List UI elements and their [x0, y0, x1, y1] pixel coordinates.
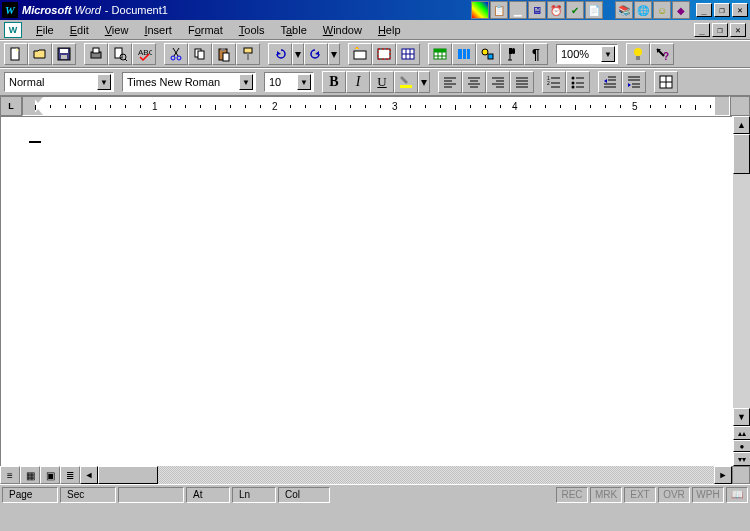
zoom-dropdown[interactable]: ▼ — [601, 46, 615, 62]
close-button[interactable]: ✕ — [732, 3, 748, 17]
cut-button[interactable] — [164, 43, 188, 65]
tray-icon-2[interactable]: 📋 — [490, 1, 508, 19]
scroll-left-button[interactable]: ◄ — [80, 466, 98, 484]
copy-button[interactable] — [188, 43, 212, 65]
zoom-combo[interactable]: ▼ — [556, 44, 618, 64]
tray-icon-8[interactable] — [604, 1, 614, 19]
vscroll-track[interactable] — [733, 134, 750, 408]
justify-button[interactable] — [510, 71, 534, 93]
normal-view-button[interactable]: ≡ — [0, 466, 20, 484]
show-hide-button[interactable] — [500, 43, 524, 65]
menu-insert[interactable]: Insert — [136, 22, 180, 38]
status-book-icon[interactable]: 📖 — [726, 487, 748, 503]
increase-indent-button[interactable] — [622, 71, 646, 93]
decrease-indent-button[interactable] — [598, 71, 622, 93]
tray-icon-7[interactable]: 📄 — [585, 1, 603, 19]
tip-wizard-button[interactable] — [626, 43, 650, 65]
tray-icon-12[interactable]: ◆ — [672, 1, 690, 19]
doc-minimize-button[interactable]: _ — [694, 23, 710, 37]
style-combo[interactable]: ▼ — [4, 72, 114, 92]
tray-icon-4[interactable]: 🖥 — [528, 1, 546, 19]
align-left-button[interactable] — [438, 71, 462, 93]
document-page[interactable] — [0, 116, 732, 466]
size-input[interactable] — [269, 76, 297, 88]
menu-view[interactable]: View — [97, 22, 137, 38]
align-right-button[interactable] — [486, 71, 510, 93]
maximize-button[interactable]: ❐ — [714, 3, 730, 17]
tray-icon-3[interactable]: ▁ — [509, 1, 527, 19]
format-painter-button[interactable] — [236, 43, 260, 65]
save-button[interactable] — [52, 43, 76, 65]
status-ext[interactable]: EXT — [624, 487, 656, 503]
horizontal-scrollbar[interactable]: ◄ ► — [80, 466, 732, 484]
doc-maximize-button[interactable]: ❐ — [712, 23, 728, 37]
menu-help[interactable]: Help — [370, 22, 409, 38]
minimize-button[interactable]: _ — [696, 3, 712, 17]
horizontal-ruler[interactable]: 12345 — [22, 96, 730, 116]
status-ovr[interactable]: OVR — [658, 487, 690, 503]
print-button[interactable] — [84, 43, 108, 65]
highlight-dropdown[interactable]: ▾ — [418, 71, 430, 93]
layout-view-button[interactable]: ▦ — [20, 466, 40, 484]
print-preview-button[interactable] — [108, 43, 132, 65]
vscroll-thumb[interactable] — [733, 134, 750, 174]
menu-table[interactable]: Table — [272, 22, 314, 38]
insert-worksheet-button[interactable] — [428, 43, 452, 65]
autoformat-button[interactable] — [348, 43, 372, 65]
menu-window[interactable]: Window — [315, 22, 370, 38]
menu-file[interactable]: File — [28, 22, 62, 38]
tray-icon-6[interactable]: ✔ — [566, 1, 584, 19]
undo-button[interactable] — [268, 43, 292, 65]
tray-icon-10[interactable]: 🌐 — [634, 1, 652, 19]
vertical-scrollbar[interactable]: ▲ ▼ ▴▴ ● ▾▾ — [732, 116, 750, 466]
scroll-right-button[interactable]: ► — [714, 466, 732, 484]
drawing-button[interactable] — [476, 43, 500, 65]
scroll-up-button[interactable]: ▲ — [733, 116, 750, 134]
hscroll-track[interactable] — [98, 466, 714, 484]
new-button[interactable] — [4, 43, 28, 65]
open-button[interactable] — [28, 43, 52, 65]
size-combo[interactable]: ▼ — [264, 72, 314, 92]
tray-icon-11[interactable]: ☺ — [653, 1, 671, 19]
menu-tools[interactable]: Tools — [231, 22, 273, 38]
size-dropdown[interactable]: ▼ — [297, 74, 311, 90]
spelling-button[interactable]: ABC — [132, 43, 156, 65]
insert-table-button[interactable] — [396, 43, 420, 65]
menu-format[interactable]: Format — [180, 22, 231, 38]
columns-button[interactable] — [452, 43, 476, 65]
first-line-indent[interactable] — [33, 97, 43, 103]
style-input[interactable] — [9, 76, 97, 88]
menu-edit[interactable]: Edit — [62, 22, 97, 38]
tray-icon-5[interactable]: ⏰ — [547, 1, 565, 19]
redo-dropdown[interactable]: ▾ — [328, 43, 340, 65]
zoom-input[interactable] — [561, 48, 599, 60]
paste-button[interactable] — [212, 43, 236, 65]
highlight-button[interactable] — [394, 71, 418, 93]
align-center-button[interactable] — [462, 71, 486, 93]
status-wph[interactable]: WPH — [692, 487, 724, 503]
tab-selector[interactable]: L — [0, 96, 22, 116]
status-rec[interactable]: REC — [556, 487, 588, 503]
paragraph-mark-button[interactable]: ¶ — [524, 43, 548, 65]
font-combo[interactable]: ▼ — [122, 72, 256, 92]
help-button[interactable]: ? — [650, 43, 674, 65]
font-input[interactable] — [127, 76, 239, 88]
insert-address-button[interactable] — [372, 43, 396, 65]
tray-icon-9[interactable]: 📚 — [615, 1, 633, 19]
borders-button[interactable] — [654, 71, 678, 93]
underline-button[interactable]: U — [370, 71, 394, 93]
hanging-indent[interactable] — [33, 109, 43, 115]
bold-button[interactable]: B — [322, 71, 346, 93]
tray-icon-1[interactable] — [471, 1, 489, 19]
doc-close-button[interactable]: ✕ — [730, 23, 746, 37]
status-mrk[interactable]: MRK — [590, 487, 622, 503]
numbered-list-button[interactable]: 12 — [542, 71, 566, 93]
hscroll-thumb[interactable] — [98, 466, 158, 484]
page-view-button[interactable]: ▣ — [40, 466, 60, 484]
prev-page-button[interactable]: ▴▴ — [733, 426, 750, 440]
style-dropdown[interactable]: ▼ — [97, 74, 111, 90]
next-page-button[interactable]: ▾▾ — [733, 452, 750, 466]
italic-button[interactable]: I — [346, 71, 370, 93]
document-icon[interactable]: W — [4, 22, 22, 38]
bulleted-list-button[interactable] — [566, 71, 590, 93]
